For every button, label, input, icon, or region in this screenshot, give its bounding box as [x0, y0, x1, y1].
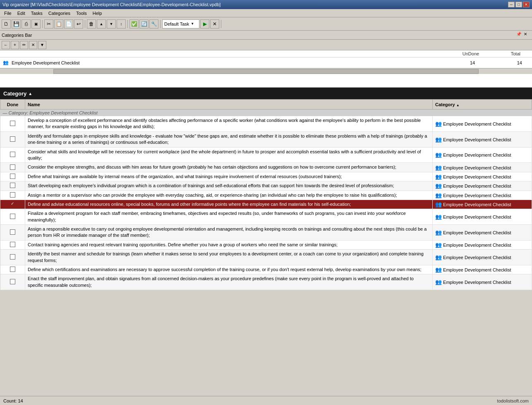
table-row[interactable]: Consider the employee strengths, and dis…	[0, 163, 532, 172]
categories-bar-label: Categories Bar	[2, 33, 32, 38]
sub-tb-menu[interactable]: ▼	[38, 41, 46, 49]
sub-tb-edit[interactable]: ✏	[20, 41, 28, 49]
done-cell[interactable]	[0, 274, 25, 290]
menu-help[interactable]: Help	[90, 10, 105, 16]
done-cell[interactable]	[0, 131, 25, 147]
category-cell: 👥 Employee Development Checklist	[433, 209, 532, 225]
task-table: Done Name Category ▲ — Category: Employe…	[0, 99, 532, 290]
checkbox[interactable]	[10, 279, 15, 284]
menu-tasks[interactable]: Tasks	[29, 10, 45, 16]
sub-tb-back[interactable]: ←	[2, 41, 10, 49]
sub-tb-del[interactable]: ✕	[29, 41, 37, 49]
checkbox[interactable]	[10, 201, 15, 207]
tb-delete[interactable]: 🗑	[87, 19, 96, 29]
checkbox[interactable]	[10, 242, 15, 247]
checkbox[interactable]	[10, 136, 15, 142]
done-cell[interactable]	[0, 200, 25, 209]
table-row[interactable]: Start developing each employee's individ…	[0, 181, 532, 191]
th-category: Category ▲	[433, 100, 532, 110]
cat-people-icon: 👥	[435, 267, 442, 273]
checkbox[interactable]	[10, 183, 15, 188]
done-cell[interactable]	[0, 265, 25, 274]
checkbox[interactable]	[10, 267, 15, 272]
categories-bar: Categories Bar 📌 ✕	[0, 31, 532, 40]
done-cell[interactable]	[0, 163, 25, 172]
maximize-button[interactable]: □	[515, 2, 522, 7]
checkbox[interactable]	[10, 254, 15, 260]
table-row[interactable]: Develop a conception of excellent perfor…	[0, 116, 532, 131]
checkbox[interactable]	[10, 229, 15, 235]
table-row[interactable]: Enact the staff improvement plan, and ob…	[0, 274, 532, 290]
done-cell[interactable]	[0, 172, 25, 181]
menu-categories[interactable]: Categories	[46, 10, 73, 16]
table-row[interactable]: Define which certifications and examinat…	[0, 265, 532, 274]
tb-stop[interactable]: ✕	[210, 19, 219, 29]
table-row[interactable]: Define and advise educational resources …	[0, 200, 532, 209]
table-row[interactable]: Define what trainings are available by i…	[0, 172, 532, 181]
tb-print[interactable]: ⎙	[22, 19, 31, 29]
checkbox[interactable]	[10, 192, 15, 198]
table-row[interactable]: Consider what skills and knowledge will …	[0, 147, 532, 163]
checkbox[interactable]	[10, 121, 15, 126]
sub-tb-add[interactable]: +	[11, 41, 19, 49]
task-scroll[interactable]: Done Name Category ▲ — Category: Employe…	[0, 99, 532, 405]
tb-run[interactable]: ▶	[200, 19, 209, 29]
cat-scrollbar-h[interactable]	[0, 68, 532, 74]
done-cell[interactable]	[0, 240, 25, 249]
menu-tools[interactable]: Tools	[74, 10, 89, 16]
tb-settings[interactable]: 🔧	[149, 19, 158, 29]
checkbox[interactable]	[10, 152, 15, 157]
tb-sort[interactable]: ↕	[117, 19, 126, 29]
category-cell: 👥 Employee Development Checklist	[433, 265, 532, 274]
table-row[interactable]: Finalize a development program for each …	[0, 209, 532, 225]
tb-cut[interactable]: ✂	[44, 19, 53, 29]
tb-refresh[interactable]: 🔄	[139, 19, 149, 29]
cat-pin-icon[interactable]: 📌	[516, 32, 523, 38]
done-cell[interactable]	[0, 225, 25, 241]
minimize-button[interactable]: ─	[508, 2, 515, 7]
tb-complete[interactable]: ✅	[129, 19, 139, 29]
tb-undo[interactable]: ↩	[74, 19, 83, 29]
cat-close-icon[interactable]: ✕	[524, 32, 530, 38]
menu-edit[interactable]: Edit	[15, 10, 28, 16]
menu-file[interactable]: File	[2, 10, 14, 16]
tb-paste[interactable]: 📄	[64, 19, 73, 29]
task-name: Assign a responsible executive to carry …	[25, 225, 433, 241]
checkbox[interactable]	[10, 164, 15, 170]
checkbox[interactable]	[10, 174, 15, 179]
done-cell[interactable]	[0, 209, 25, 225]
status-url: todolistsoft.com	[497, 398, 529, 403]
category-row[interactable]: 👥 Employee Development Checklist 14 14	[0, 57, 532, 68]
table-row[interactable]: Identify the best manner and schedule fo…	[0, 250, 532, 265]
done-cell[interactable]	[0, 250, 25, 265]
category-sort-label: Category	[3, 91, 26, 97]
category-cell: 👥 Employee Development Checklist	[433, 181, 532, 191]
category-cell: 👥 Employee Development Checklist	[433, 225, 532, 241]
done-cell[interactable]	[0, 191, 25, 200]
tb-down[interactable]: ▼	[107, 19, 116, 29]
table-row[interactable]: Contact training agencies and request re…	[0, 240, 532, 249]
checkbox[interactable]	[10, 214, 15, 219]
tb-btn1[interactable]: ▣	[31, 19, 41, 29]
th-name: Name	[25, 100, 433, 110]
sort-arrow-icon: ▲	[456, 103, 460, 107]
th-done: Done	[0, 100, 25, 110]
table-row[interactable]: Assign a responsible executive to carry …	[0, 225, 532, 241]
done-cell[interactable]	[0, 147, 25, 163]
close-button[interactable]: ✕	[523, 2, 530, 7]
task-name: Finalize a development program for each …	[25, 209, 433, 225]
cat-row-name: Employee Development Checklist	[12, 60, 448, 65]
tb-task-dropdown[interactable]: Default Task ▼	[162, 19, 199, 29]
tb-save[interactable]: 💾	[12, 19, 21, 29]
table-row[interactable]: Identify and formulate gaps in employee …	[0, 131, 532, 147]
table-row[interactable]: Assign a mentor or a supervisor who can …	[0, 191, 532, 200]
category-cell: 👥 Employee Development Checklist	[433, 191, 532, 200]
task-name: Identify and formulate gaps in employee …	[25, 131, 433, 147]
done-cell[interactable]	[0, 181, 25, 191]
category-cell: 👥 Employee Development Checklist	[433, 116, 532, 131]
tb-copy[interactable]: 📋	[54, 19, 63, 29]
tb-up[interactable]: ▲	[97, 19, 106, 29]
done-cell[interactable]	[0, 116, 25, 131]
tb-new[interactable]: 🗋	[2, 19, 11, 29]
cat-scrollbar-thumb[interactable]	[53, 69, 479, 74]
